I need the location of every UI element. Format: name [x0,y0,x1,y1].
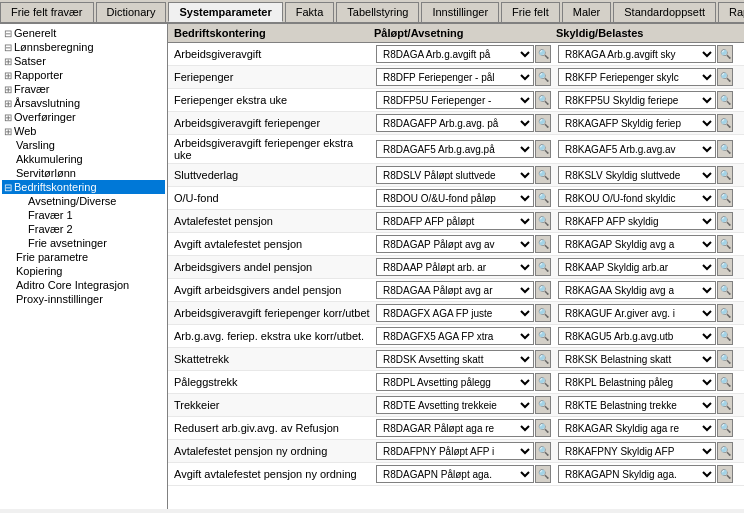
skyldig-search-button[interactable]: 🔍 [717,442,733,460]
tab-maler[interactable]: Maler [562,2,612,22]
skyldig-search-button[interactable]: 🔍 [717,465,733,483]
tab-systemparameter[interactable]: Systemparameter [168,2,282,22]
skyldig-dropdown[interactable]: R8KAGAR Skyldig aga re [558,419,716,437]
tree-item-servitorlonn[interactable]: Servitørlønn [2,166,165,180]
skyldig-search-button[interactable]: 🔍 [717,189,733,207]
palopet-dropdown[interactable]: R8DAGA Arb.g.avgift på [376,45,534,63]
skyldig-search-button[interactable]: 🔍 [717,304,733,322]
tab-fakta[interactable]: Fakta [285,2,335,22]
skyldig-search-button[interactable]: 🔍 [717,327,733,345]
tree-item-rapporter[interactable]: ⊞Rapporter [2,68,165,82]
tree-item-frie-parametre[interactable]: Frie parametre [2,250,165,264]
palopet-dropdown[interactable]: R8DTE Avsetting trekkeie [376,396,534,414]
tree-item-fravaer-2[interactable]: Fravær 2 [2,222,165,236]
palopet-search-button[interactable]: 🔍 [535,419,551,437]
palopet-dropdown[interactable]: R8DAGAPN Påløpt aga. [376,465,534,483]
tab-rapportdefinisjoner[interactable]: Rapportdefinisjoner [718,2,744,22]
palopet-search-button[interactable]: 🔍 [535,68,551,86]
palopet-dropdown[interactable]: R8DSLV Påløpt sluttvede [376,166,534,184]
tree-item-frie-avsetninger[interactable]: Frie avsetninger [2,236,165,250]
palopet-dropdown[interactable]: R8DAGAA Påløpt avg ar [376,281,534,299]
skyldig-dropdown[interactable]: R8KSLV Skyldig sluttvede [558,166,716,184]
tree-item-varsling[interactable]: Varsling [2,138,165,152]
tree-item-aditro-core[interactable]: Aditro Core Integrasjon [2,278,165,292]
palopet-search-button[interactable]: 🔍 [535,212,551,230]
tab-tabellstyring[interactable]: Tabellstyring [336,2,419,22]
palopet-search-button[interactable]: 🔍 [535,114,551,132]
tree-item-fravaer-1[interactable]: Fravær 1 [2,208,165,222]
tree-item-avsetning-diverse[interactable]: Avsetning/Diverse [2,194,165,208]
palopet-search-button[interactable]: 🔍 [535,396,551,414]
skyldig-search-button[interactable]: 🔍 [717,281,733,299]
palopet-search-button[interactable]: 🔍 [535,258,551,276]
skyldig-dropdown[interactable]: R8KAGAP Skyldig avg a [558,235,716,253]
skyldig-search-button[interactable]: 🔍 [717,258,733,276]
skyldig-dropdown[interactable]: R8KFP5U Skyldig feriepe [558,91,716,109]
palopet-dropdown[interactable]: R8DAGAFP Arb.g.avg. på [376,114,534,132]
tree-item-web[interactable]: ⊞Web [2,124,165,138]
palopet-dropdown[interactable]: R8DAGAR Påløpt aga re [376,419,534,437]
palopet-search-button[interactable]: 🔍 [535,281,551,299]
palopet-search-button[interactable]: 🔍 [535,304,551,322]
tab-standardoppsett[interactable]: Standardoppsett [613,2,716,22]
skyldig-search-button[interactable]: 🔍 [717,114,733,132]
palopet-search-button[interactable]: 🔍 [535,373,551,391]
skyldig-search-button[interactable]: 🔍 [717,396,733,414]
palopet-dropdown[interactable]: R8DAAP Påløpt arb. ar [376,258,534,276]
skyldig-search-button[interactable]: 🔍 [717,45,733,63]
palopet-dropdown[interactable]: R8DPL Avsetting pålegg [376,373,534,391]
palopet-search-button[interactable]: 🔍 [535,189,551,207]
palopet-dropdown[interactable]: R8DAGAP Påløpt avg av [376,235,534,253]
skyldig-dropdown[interactable]: R8KAGAPN Skyldig aga. [558,465,716,483]
palopet-search-button[interactable]: 🔍 [535,140,551,158]
skyldig-dropdown[interactable]: R8KAGAFP Skyldig feriep [558,114,716,132]
skyldig-dropdown[interactable]: R8KTE Belastning trekke [558,396,716,414]
palopet-search-button[interactable]: 🔍 [535,350,551,368]
tree-item-satser[interactable]: ⊞Satser [2,54,165,68]
skyldig-dropdown[interactable]: R8KAFPNY Skyldig AFP [558,442,716,460]
palopet-dropdown[interactable]: R8DOU O/&U-fond påløp [376,189,534,207]
skyldig-dropdown[interactable]: R8KPL Belastning påleg [558,373,716,391]
skyldig-dropdown[interactable]: R8KAGA Arb.g.avgift sky [558,45,716,63]
palopet-dropdown[interactable]: R8DFP5U Feriepenger - [376,91,534,109]
tree-item-fravaer[interactable]: ⊞Fravær [2,82,165,96]
skyldig-dropdown[interactable]: R8KAGAF5 Arb.g.avg.av [558,140,716,158]
palopet-search-button[interactable]: 🔍 [535,45,551,63]
tree-item-arsavslutning[interactable]: ⊞Årsavslutning [2,96,165,110]
skyldig-dropdown[interactable]: R8KOU O/U-fond skyldic [558,189,716,207]
tree-item-generelt[interactable]: ⊟Generelt [2,26,165,40]
palopet-search-button[interactable]: 🔍 [535,166,551,184]
skyldig-dropdown[interactable]: R8KAAP Skyldig arb.ar [558,258,716,276]
palopet-dropdown[interactable]: R8DAGAF5 Arb.g.avg.på [376,140,534,158]
skyldig-dropdown[interactable]: R8KAGU5 Arb.g.avg.utb [558,327,716,345]
skyldig-search-button[interactable]: 🔍 [717,373,733,391]
skyldig-search-button[interactable]: 🔍 [717,235,733,253]
tree-item-kopiering[interactable]: Kopiering [2,264,165,278]
skyldig-search-button[interactable]: 🔍 [717,68,733,86]
palopet-dropdown[interactable]: R8DAFP AFP påløpt [376,212,534,230]
palopet-search-button[interactable]: 🔍 [535,91,551,109]
tree-item-proxy-innstillinger[interactable]: Proxy-innstillinger [2,292,165,306]
tab-frie-felt[interactable]: Frie felt [501,2,560,22]
tab-dictionary[interactable]: Dictionary [96,2,167,22]
skyldig-search-button[interactable]: 🔍 [717,166,733,184]
skyldig-search-button[interactable]: 🔍 [717,350,733,368]
tree-item-lonnsberegning[interactable]: ⊟Lønnsberegning [2,40,165,54]
palopet-dropdown[interactable]: R8DAGFX5 AGA FP xtra [376,327,534,345]
palopet-search-button[interactable]: 🔍 [535,442,551,460]
skyldig-dropdown[interactable]: R8KSK Belastning skatt [558,350,716,368]
palopet-dropdown[interactable]: R8DFP Feriepenger - pål [376,68,534,86]
palopet-search-button[interactable]: 🔍 [535,327,551,345]
skyldig-dropdown[interactable]: R8KFP Feriepenger skylc [558,68,716,86]
skyldig-search-button[interactable]: 🔍 [717,91,733,109]
tab-innstillinger[interactable]: Innstillinger [421,2,499,22]
palopet-search-button[interactable]: 🔍 [535,465,551,483]
skyldig-search-button[interactable]: 🔍 [717,212,733,230]
skyldig-search-button[interactable]: 🔍 [717,140,733,158]
skyldig-dropdown[interactable]: R8KAFP AFP skyldig [558,212,716,230]
skyldig-search-button[interactable]: 🔍 [717,419,733,437]
palopet-search-button[interactable]: 🔍 [535,235,551,253]
palopet-dropdown[interactable]: R8DAGFX AGA FP juste [376,304,534,322]
tree-item-bedriftskontering[interactable]: ⊟Bedriftskontering [2,180,165,194]
skyldig-dropdown[interactable]: R8KAGUF Ar.giver avg. i [558,304,716,322]
